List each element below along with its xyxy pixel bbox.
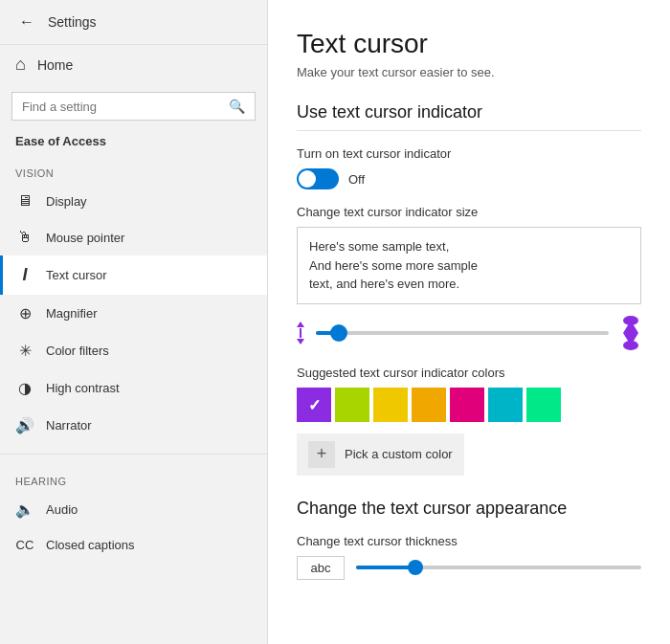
size-slider-track[interactable] bbox=[316, 331, 609, 335]
page-subtitle: Make your text cursor easier to see. bbox=[297, 65, 641, 79]
high-contrast-label: High contrast bbox=[46, 381, 120, 395]
sidebar-item-magnifier[interactable]: ⊕ Magnifier bbox=[0, 295, 267, 332]
swatch-pink[interactable] bbox=[450, 388, 484, 422]
settings-page-title: Settings bbox=[48, 14, 97, 30]
audio-label: Audio bbox=[46, 502, 78, 517]
mouse-pointer-label: Mouse pointer bbox=[46, 231, 124, 245]
display-label: Display bbox=[46, 194, 87, 209]
text-cursor-label: Text cursor bbox=[46, 268, 107, 282]
thickness-sample-text: abc bbox=[297, 556, 345, 580]
home-label: Home bbox=[37, 57, 73, 73]
colors-label: Suggested text cursor indicator colors bbox=[297, 366, 641, 380]
sample-line-1: Here's some sample text, bbox=[309, 237, 629, 256]
text-sample-box: Here's some sample text, And here's some… bbox=[297, 227, 641, 304]
section-divider bbox=[0, 454, 267, 455]
toggle-label: Turn on text cursor indicator bbox=[297, 146, 641, 161]
ease-of-access-title: Ease of Access bbox=[0, 128, 267, 156]
closed-captions-icon: CC bbox=[15, 538, 34, 552]
thickness-slider-thumb[interactable] bbox=[408, 560, 423, 575]
swatch-green[interactable] bbox=[335, 388, 369, 422]
text-cursor-icon: I bbox=[15, 265, 34, 285]
sidebar: ← Settings ⌂ Home 🔍 Ease of Access Visio… bbox=[0, 0, 268, 644]
home-icon: ⌂ bbox=[15, 55, 26, 75]
size-label: Change text cursor indicator size bbox=[297, 205, 641, 219]
color-filters-label: Color filters bbox=[46, 344, 109, 358]
sidebar-header: ← Settings bbox=[0, 0, 267, 45]
vision-section-label: Vision bbox=[0, 156, 267, 183]
sidebar-item-high-contrast[interactable]: ◑ High contrast bbox=[0, 369, 267, 407]
toggle-state-label: Off bbox=[348, 172, 365, 187]
cursor-small-indicator bbox=[297, 322, 304, 344]
large-cursor-svg bbox=[620, 316, 641, 350]
toggle-knob bbox=[299, 170, 316, 188]
main-content: Text cursor Make your text cursor easier… bbox=[268, 0, 670, 644]
mouse-pointer-icon: 🖱 bbox=[15, 229, 34, 246]
search-icon: 🔍 bbox=[229, 99, 245, 114]
color-filters-icon: ✳ bbox=[15, 342, 34, 360]
display-icon: 🖥 bbox=[15, 192, 34, 210]
sidebar-item-home[interactable]: ⌂ Home bbox=[0, 45, 267, 84]
thickness-slider-track[interactable] bbox=[356, 566, 641, 569]
cursor-line-small bbox=[300, 328, 302, 338]
swatch-cyan[interactable] bbox=[488, 388, 523, 422]
plus-icon: + bbox=[308, 441, 335, 468]
high-contrast-icon: ◑ bbox=[15, 379, 34, 397]
sidebar-item-mouse-pointer[interactable]: 🖱 Mouse pointer bbox=[0, 219, 267, 255]
swatch-yellow[interactable] bbox=[373, 388, 408, 422]
swatch-orange[interactable] bbox=[412, 388, 446, 422]
swatch-teal[interactable] bbox=[526, 388, 561, 422]
hearing-section-label: Hearing bbox=[0, 464, 267, 491]
narrator-icon: 🔊 bbox=[15, 416, 34, 434]
search-input[interactable] bbox=[22, 100, 229, 114]
appearance-section-heading: Change the text cursor appearance bbox=[297, 499, 641, 519]
audio-icon: 🔈 bbox=[15, 500, 34, 519]
thickness-label: Change text cursor thickness bbox=[297, 534, 641, 548]
sidebar-item-narrator[interactable]: 🔊 Narrator bbox=[0, 407, 267, 444]
cursor-bottom-arrow-small bbox=[297, 339, 304, 344]
custom-color-label: Pick a custom color bbox=[345, 447, 453, 461]
thickness-slider-fill bbox=[356, 566, 413, 569]
indicator-section-heading: Use text cursor indicator bbox=[297, 102, 641, 131]
sample-line-2: And here's some more sample bbox=[309, 256, 629, 276]
magnifier-icon: ⊕ bbox=[15, 304, 34, 322]
back-button[interactable]: ← bbox=[15, 10, 38, 34]
pick-custom-color-button[interactable]: + Pick a custom color bbox=[297, 433, 464, 476]
closed-captions-label: Closed captions bbox=[46, 538, 135, 552]
cursor-top-arrow-small bbox=[297, 322, 304, 327]
toggle-row: Off bbox=[297, 168, 641, 189]
sample-line-3: text, and here's even more. bbox=[309, 275, 629, 294]
sidebar-item-closed-captions[interactable]: CC Closed captions bbox=[0, 528, 267, 562]
sidebar-item-display[interactable]: 🖥 Display bbox=[0, 183, 267, 219]
svg-point-3 bbox=[623, 341, 638, 350]
narrator-label: Narrator bbox=[46, 418, 92, 433]
cursor-large-indicator bbox=[620, 316, 641, 350]
magnifier-label: Magnifier bbox=[46, 306, 97, 321]
thickness-row: abc bbox=[297, 556, 641, 580]
sidebar-item-text-cursor[interactable]: I Text cursor bbox=[0, 255, 267, 295]
color-swatches: ✓ bbox=[297, 388, 641, 422]
swatch-purple[interactable]: ✓ bbox=[297, 388, 331, 422]
cursor-indicator-toggle[interactable] bbox=[297, 168, 339, 189]
size-slider-row bbox=[297, 316, 641, 350]
sidebar-item-color-filters[interactable]: ✳ Color filters bbox=[0, 332, 267, 369]
size-slider-thumb[interactable] bbox=[330, 324, 347, 342]
sidebar-item-audio[interactable]: 🔈 Audio bbox=[0, 491, 267, 528]
page-title: Text cursor bbox=[297, 29, 641, 59]
search-box[interactable]: 🔍 bbox=[11, 92, 256, 121]
